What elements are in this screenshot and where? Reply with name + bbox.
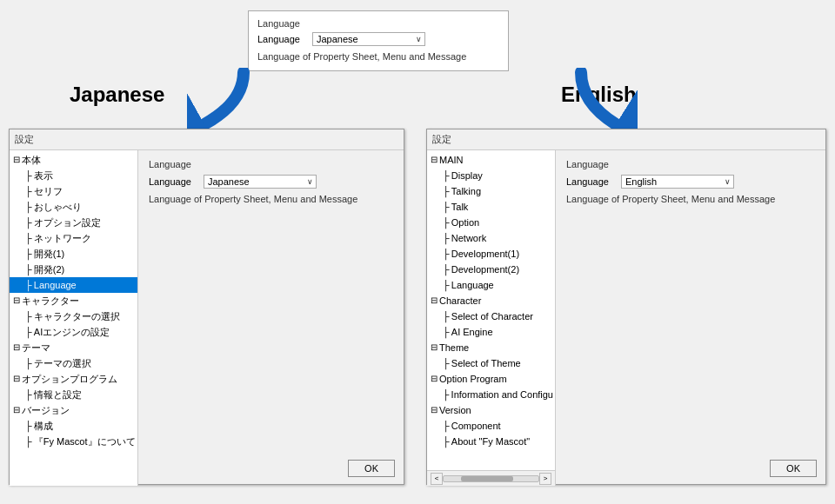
top-preview-group-label: Language: [257, 18, 499, 29]
dialog-english: 設定 ⊟MAIN├Display├Talking├Talk├Option├Net…: [426, 129, 826, 485]
dialog-english-ok-button[interactable]: OK: [770, 460, 817, 477]
dialog-english-footer: OK: [770, 460, 817, 477]
tree-item[interactable]: ├Select of Character: [427, 308, 555, 324]
dialog-japanese-footer: OK: [348, 460, 395, 477]
dialog-japanese-ok-button[interactable]: OK: [348, 460, 395, 477]
tree-item[interactable]: ├Component: [427, 418, 555, 434]
tree-item[interactable]: ├キャラクターの選択: [10, 308, 137, 324]
tree-item[interactable]: ├Language: [427, 277, 555, 293]
tree-item[interactable]: ├Information and Configu: [427, 387, 555, 402]
tree-item[interactable]: ├AIエンジンの設定: [10, 324, 137, 340]
scroll-left-btn[interactable]: <: [431, 473, 443, 485]
tree-item[interactable]: ├セリフ: [10, 183, 137, 199]
dialog-japanese-content-group-label: Language: [149, 159, 393, 169]
tree-item[interactable]: ├Talking: [427, 183, 555, 199]
tree-item[interactable]: ├ネットワーク: [10, 230, 137, 246]
scroll-right-btn[interactable]: >: [539, 473, 551, 485]
tree-item[interactable]: ⊟Character: [427, 293, 555, 308]
tree-item[interactable]: ├表示: [10, 168, 137, 183]
scrollbar-thumb: [461, 476, 513, 481]
dialog-english-tree-panel: ⊟MAIN├Display├Talking├Talk├Option├Networ…: [427, 150, 555, 470]
tree-item[interactable]: ⊟MAIN: [427, 152, 555, 168]
tree-item[interactable]: ├Select of Theme: [427, 355, 555, 371]
tree-item[interactable]: ├Network: [427, 230, 555, 246]
dialog-english-language-select[interactable]: Japanese English: [621, 175, 734, 189]
top-preview-field-label: Language: [257, 34, 305, 44]
top-preview-box: Language Language Japanese English Langu…: [248, 10, 509, 71]
top-preview-language-select[interactable]: Japanese English: [312, 32, 425, 46]
dialog-english-content-desc: Language of Property Sheet, Menu and Mes…: [566, 194, 815, 204]
dialog-japanese-tree-panel: ⊟本体├表示├セリフ├おしゃべり├オプション設定├ネットワーク├開発(1)├開発…: [10, 150, 138, 486]
dialog-japanese-title: 設定: [10, 129, 404, 150]
dialog-english-content-panel: Language Language Japanese English Langu…: [556, 150, 825, 486]
tree-item[interactable]: ├Development(1): [427, 246, 555, 262]
dialog-english-select-wrapper[interactable]: Japanese English: [621, 175, 734, 189]
tree-item[interactable]: ├オプション設定: [10, 215, 137, 230]
tree-item[interactable]: ⊟バージョン: [10, 402, 137, 418]
tree-item[interactable]: ⊟キャラクター: [10, 293, 137, 308]
dialog-japanese: 設定 ⊟本体├表示├セリフ├おしゃべり├オプション設定├ネットワーク├開発(1)…: [9, 129, 404, 485]
dialog-english-title: 設定: [427, 129, 825, 150]
tree-item[interactable]: ├Display: [427, 168, 555, 183]
tree-item[interactable]: ⊟オプションプログラム: [10, 371, 137, 387]
tree-item[interactable]: ⊟本体: [10, 152, 137, 168]
tree-item[interactable]: ├Development(2): [427, 262, 555, 277]
dialog-english-content-group-label: Language: [566, 159, 815, 169]
tree-item[interactable]: ├AI Engine: [427, 324, 555, 340]
dialog-english-content-field-label: Language: [566, 176, 614, 187]
tree-item[interactable]: ├開発(2): [10, 262, 137, 277]
tree-item[interactable]: ├Option: [427, 215, 555, 230]
arrow-right-svg: [568, 68, 638, 133]
tree-item[interactable]: ├About "Fy Mascot": [427, 434, 555, 449]
dialog-japanese-content-desc: Language of Property Sheet, Menu and Mes…: [149, 194, 393, 204]
dialog-english-tree-container: ⊟MAIN├Display├Talking├Talk├Option├Networ…: [427, 150, 556, 486]
tree-item[interactable]: ├おしゃべり: [10, 199, 137, 215]
dialog-japanese-content-panel: Language Language Japanese English Langu…: [138, 150, 404, 486]
tree-item[interactable]: ├構成: [10, 418, 137, 434]
dialog-japanese-language-select[interactable]: Japanese English: [204, 175, 317, 189]
tree-item[interactable]: ⊟Option Program: [427, 371, 555, 387]
tree-scrollbar-area: < >: [427, 470, 555, 486]
tree-item[interactable]: ├テーマの選択: [10, 355, 137, 371]
tree-item[interactable]: ├Talk: [427, 199, 555, 215]
label-japanese: Japanese: [70, 83, 164, 107]
dialog-japanese-content-field-label: Language: [149, 176, 197, 187]
top-preview-description: Language of Property Sheet, Menu and Mes…: [257, 51, 499, 62]
tree-item[interactable]: ├『Fy Mascot』について: [10, 434, 137, 449]
dialog-japanese-select-wrapper[interactable]: Japanese English: [204, 175, 317, 189]
tree-item[interactable]: ⊟Theme: [427, 340, 555, 355]
tree-item[interactable]: ⊟テーマ: [10, 340, 137, 355]
arrow-left-svg: [187, 68, 257, 133]
tree-item[interactable]: ├Language: [10, 277, 137, 293]
tree-item[interactable]: ├開発(1): [10, 246, 137, 262]
tree-item[interactable]: ⊟Version: [427, 402, 555, 418]
tree-item[interactable]: ├情報と設定: [10, 387, 137, 402]
top-preview-select-wrapper[interactable]: Japanese English: [312, 32, 425, 46]
scrollbar-track: [443, 475, 539, 482]
